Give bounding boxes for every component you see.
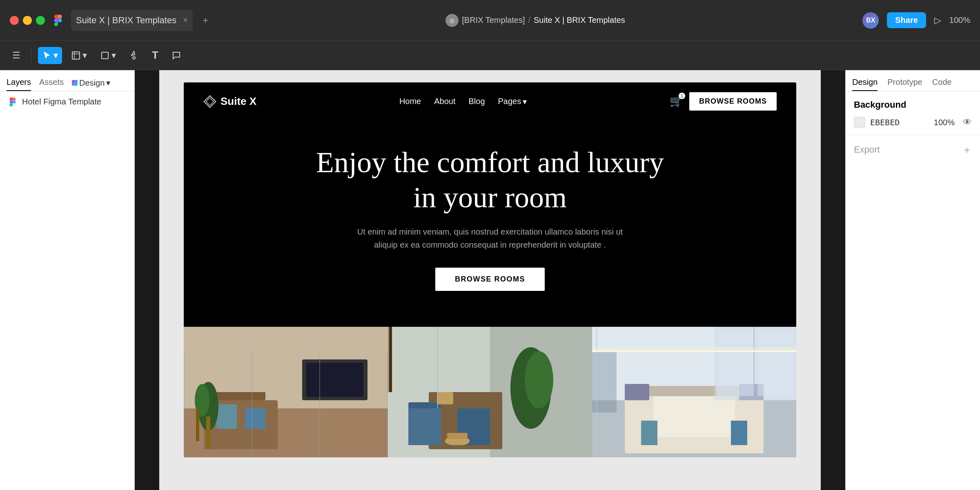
svg-rect-50 [757,331,794,396]
room-image-3 [592,327,796,457]
tab-design[interactable]: Design [852,78,878,91]
toolbar: ☰ ▾ ▾ ▾ T [0,41,980,70]
svg-rect-17 [206,417,210,449]
svg-rect-43 [625,384,649,400]
site-logo: Suite X [203,95,256,108]
site-nav-links: Home About Blog Pages ▾ [399,97,527,106]
svg-rect-14 [306,363,363,397]
select-tool[interactable]: ▾ [38,47,62,64]
svg-rect-0 [72,52,80,59]
title-bar: Suite X | BRIX Templates × + ◎ [BRIX Tem… [0,0,980,41]
active-tab[interactable]: Suite X | BRIX Templates × [71,10,193,31]
svg-point-28 [525,351,553,408]
tab-prototype[interactable]: Prototype [887,78,922,91]
design-pill[interactable]: Design ▾ [72,78,110,91]
svg-rect-45 [653,396,735,437]
nav-home[interactable]: Home [399,97,421,106]
room-1-svg [184,327,388,457]
cart-badge: 1 [679,93,685,99]
tab-code[interactable]: Code [932,78,952,91]
visibility-toggle-icon[interactable]: 👁 [963,117,972,128]
new-tab-button[interactable]: + [203,15,208,26]
nav-blog[interactable]: Blog [469,97,485,106]
canvas-right-pad [821,70,845,490]
layer-name: Hotel Figma Template [22,97,101,106]
cursor-icon [42,51,52,60]
canvas[interactable]: Suite X Home About Blog Pages ▾ 🛒 1 BROW… [135,70,845,490]
breadcrumb-org: [BRIX Templates] [462,16,525,25]
layer-hotel-template[interactable]: Hotel Figma Template [0,91,134,112]
nav-pages[interactable]: Pages ▾ [498,97,527,106]
svg-rect-35 [437,392,453,404]
nav-about[interactable]: About [434,97,455,106]
shape-tool[interactable]: ▾ [96,47,120,64]
nav-browse-button[interactable]: BROWSE ROOMS [689,92,777,111]
room-image-1 [184,327,388,457]
breadcrumb-page: Suite X | BRIX Templates [534,16,625,25]
tab-layers[interactable]: Layers [7,78,31,91]
site-nav: Suite X Home About Blog Pages ▾ 🛒 1 BROW… [184,82,796,120]
canvas-left-pad [135,70,159,490]
collaborator-avatar: BX [862,12,879,29]
share-button[interactable]: Share [887,12,926,28]
hero-cta-button[interactable]: BROWSE ROOMS [435,268,545,291]
svg-rect-20 [252,351,252,457]
left-panel: Layers Assets Design ▾ Hotel Figma Templ… [0,70,135,490]
svg-rect-21 [319,351,320,457]
svg-rect-51 [753,327,755,400]
room-2-svg [388,327,592,457]
breadcrumb: ◎ [BRIX Templates] / Suite X | BRIX Temp… [215,14,856,27]
background-opacity[interactable]: 100% [934,118,955,127]
export-label: Export [854,144,880,155]
svg-rect-3 [102,52,108,59]
toolbar-divider-1 [31,49,31,62]
traffic-lights [10,16,45,25]
svg-rect-10 [216,392,265,400]
design-pill-chevron: ▾ [106,78,110,88]
shape-icon [100,51,110,60]
background-section-header: Background [854,100,972,110]
room-3-svg [592,327,796,457]
menu-button[interactable]: ☰ [8,47,24,64]
export-add-button[interactable]: ＋ [962,143,972,156]
user-avatar: ◎ [445,14,459,27]
room-image-2 [388,327,592,457]
site-logo-text: Suite X [220,95,256,108]
svg-rect-37 [437,327,438,408]
present-icon[interactable]: ▷ [934,15,941,26]
background-color-swatch[interactable] [854,117,865,128]
hero-title: Enjoy the comfort and luxury in your roo… [306,145,674,215]
cart-icon[interactable]: 🛒 1 [670,95,683,108]
svg-rect-55 [592,347,796,352]
svg-rect-47 [731,421,747,445]
maximize-button[interactable] [36,16,45,25]
frame-icon [71,51,81,60]
pen-tool[interactable] [125,47,143,64]
minimize-button[interactable] [23,16,32,25]
website-frame: Suite X Home About Blog Pages ▾ 🛒 1 BROW… [184,82,796,457]
svg-rect-11 [216,404,237,429]
background-hex-value[interactable]: EBEBED [870,118,929,127]
tab-assets[interactable]: Assets [39,78,64,91]
svg-rect-12 [245,408,265,429]
svg-rect-46 [641,421,657,445]
svg-rect-52 [592,351,617,412]
rooms-grid [184,327,796,457]
close-button[interactable] [10,16,19,25]
right-panel-tabs: Design Prototype Code [846,70,980,91]
svg-rect-30 [408,404,441,445]
zoom-level[interactable]: 100% [949,16,970,25]
background-color-row[interactable]: EBEBED 100% 👁 [854,117,972,128]
text-tool[interactable]: T [148,46,163,65]
tab-close-icon[interactable]: × [183,16,188,25]
frame-tool[interactable]: ▾ [67,47,91,64]
pen-icon [129,51,139,60]
design-color-icon [72,80,78,86]
hero-subtitle: Ut enim ad minim veniam, quis nostrud ex… [347,225,633,251]
comment-tool[interactable] [167,47,185,64]
select-chevron: ▾ [53,50,58,61]
svg-point-4 [133,57,135,59]
svg-rect-31 [408,402,441,408]
logo-icon [203,95,216,108]
figma-logo [51,14,65,27]
